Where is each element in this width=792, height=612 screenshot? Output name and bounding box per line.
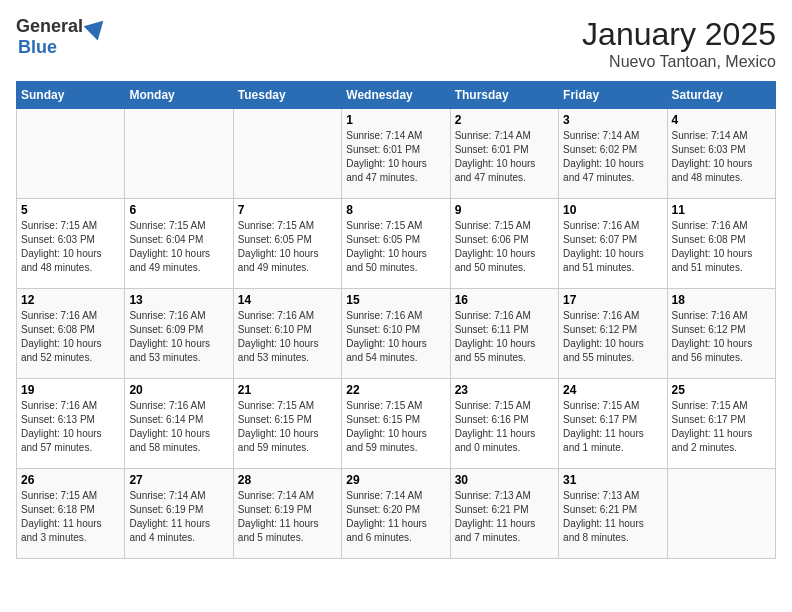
calendar-day-cell: 20Sunrise: 7:16 AM Sunset: 6:14 PM Dayli… bbox=[125, 379, 233, 469]
day-number: 25 bbox=[672, 383, 771, 397]
day-info: Sunrise: 7:13 AM Sunset: 6:21 PM Dayligh… bbox=[455, 489, 554, 545]
calendar-day-cell: 25Sunrise: 7:15 AM Sunset: 6:17 PM Dayli… bbox=[667, 379, 775, 469]
day-info: Sunrise: 7:16 AM Sunset: 6:07 PM Dayligh… bbox=[563, 219, 662, 275]
day-number: 15 bbox=[346, 293, 445, 307]
calendar-day-cell: 24Sunrise: 7:15 AM Sunset: 6:17 PM Dayli… bbox=[559, 379, 667, 469]
day-info: Sunrise: 7:15 AM Sunset: 6:15 PM Dayligh… bbox=[346, 399, 445, 455]
day-number: 6 bbox=[129, 203, 228, 217]
day-number: 14 bbox=[238, 293, 337, 307]
calendar-day-cell: 13Sunrise: 7:16 AM Sunset: 6:09 PM Dayli… bbox=[125, 289, 233, 379]
calendar-day-cell: 30Sunrise: 7:13 AM Sunset: 6:21 PM Dayli… bbox=[450, 469, 558, 559]
day-number: 27 bbox=[129, 473, 228, 487]
calendar-day-cell: 17Sunrise: 7:16 AM Sunset: 6:12 PM Dayli… bbox=[559, 289, 667, 379]
calendar-day-cell: 7Sunrise: 7:15 AM Sunset: 6:05 PM Daylig… bbox=[233, 199, 341, 289]
weekday-row: SundayMondayTuesdayWednesdayThursdayFrid… bbox=[17, 82, 776, 109]
day-number: 26 bbox=[21, 473, 120, 487]
day-number: 28 bbox=[238, 473, 337, 487]
day-number: 18 bbox=[672, 293, 771, 307]
day-number: 16 bbox=[455, 293, 554, 307]
calendar-day-cell: 15Sunrise: 7:16 AM Sunset: 6:10 PM Dayli… bbox=[342, 289, 450, 379]
calendar-day-cell: 23Sunrise: 7:15 AM Sunset: 6:16 PM Dayli… bbox=[450, 379, 558, 469]
calendar-day-cell: 18Sunrise: 7:16 AM Sunset: 6:12 PM Dayli… bbox=[667, 289, 775, 379]
day-info: Sunrise: 7:16 AM Sunset: 6:10 PM Dayligh… bbox=[346, 309, 445, 365]
calendar-day-cell: 2Sunrise: 7:14 AM Sunset: 6:01 PM Daylig… bbox=[450, 109, 558, 199]
day-number: 24 bbox=[563, 383, 662, 397]
weekday-header: Sunday bbox=[17, 82, 125, 109]
day-number: 1 bbox=[346, 113, 445, 127]
day-info: Sunrise: 7:14 AM Sunset: 6:01 PM Dayligh… bbox=[346, 129, 445, 185]
day-info: Sunrise: 7:16 AM Sunset: 6:13 PM Dayligh… bbox=[21, 399, 120, 455]
calendar-day-cell: 28Sunrise: 7:14 AM Sunset: 6:19 PM Dayli… bbox=[233, 469, 341, 559]
day-info: Sunrise: 7:16 AM Sunset: 6:08 PM Dayligh… bbox=[21, 309, 120, 365]
calendar-week-row: 1Sunrise: 7:14 AM Sunset: 6:01 PM Daylig… bbox=[17, 109, 776, 199]
calendar-day-cell: 14Sunrise: 7:16 AM Sunset: 6:10 PM Dayli… bbox=[233, 289, 341, 379]
weekday-header: Tuesday bbox=[233, 82, 341, 109]
calendar-day-cell: 11Sunrise: 7:16 AM Sunset: 6:08 PM Dayli… bbox=[667, 199, 775, 289]
day-number: 23 bbox=[455, 383, 554, 397]
day-info: Sunrise: 7:16 AM Sunset: 6:14 PM Dayligh… bbox=[129, 399, 228, 455]
calendar-day-cell: 19Sunrise: 7:16 AM Sunset: 6:13 PM Dayli… bbox=[17, 379, 125, 469]
day-number: 5 bbox=[21, 203, 120, 217]
weekday-header: Friday bbox=[559, 82, 667, 109]
calendar-day-cell: 6Sunrise: 7:15 AM Sunset: 6:04 PM Daylig… bbox=[125, 199, 233, 289]
calendar-day-cell: 29Sunrise: 7:14 AM Sunset: 6:20 PM Dayli… bbox=[342, 469, 450, 559]
page-header: General Blue January 2025 Nuevo Tantoan,… bbox=[16, 16, 776, 71]
day-info: Sunrise: 7:15 AM Sunset: 6:17 PM Dayligh… bbox=[563, 399, 662, 455]
calendar-day-cell: 16Sunrise: 7:16 AM Sunset: 6:11 PM Dayli… bbox=[450, 289, 558, 379]
weekday-header: Wednesday bbox=[342, 82, 450, 109]
day-info: Sunrise: 7:15 AM Sunset: 6:16 PM Dayligh… bbox=[455, 399, 554, 455]
day-number: 13 bbox=[129, 293, 228, 307]
day-number: 8 bbox=[346, 203, 445, 217]
day-info: Sunrise: 7:15 AM Sunset: 6:04 PM Dayligh… bbox=[129, 219, 228, 275]
day-info: Sunrise: 7:15 AM Sunset: 6:05 PM Dayligh… bbox=[346, 219, 445, 275]
day-info: Sunrise: 7:15 AM Sunset: 6:18 PM Dayligh… bbox=[21, 489, 120, 545]
calendar-day-cell: 22Sunrise: 7:15 AM Sunset: 6:15 PM Dayli… bbox=[342, 379, 450, 469]
day-number: 21 bbox=[238, 383, 337, 397]
calendar-subtitle: Nuevo Tantoan, Mexico bbox=[582, 53, 776, 71]
weekday-header: Saturday bbox=[667, 82, 775, 109]
calendar-table: SundayMondayTuesdayWednesdayThursdayFrid… bbox=[16, 81, 776, 559]
calendar-week-row: 26Sunrise: 7:15 AM Sunset: 6:18 PM Dayli… bbox=[17, 469, 776, 559]
day-info: Sunrise: 7:15 AM Sunset: 6:15 PM Dayligh… bbox=[238, 399, 337, 455]
calendar-day-cell: 4Sunrise: 7:14 AM Sunset: 6:03 PM Daylig… bbox=[667, 109, 775, 199]
calendar-day-cell: 12Sunrise: 7:16 AM Sunset: 6:08 PM Dayli… bbox=[17, 289, 125, 379]
logo-blue-text: Blue bbox=[18, 37, 57, 58]
day-number: 20 bbox=[129, 383, 228, 397]
calendar-day-cell bbox=[233, 109, 341, 199]
day-info: Sunrise: 7:15 AM Sunset: 6:17 PM Dayligh… bbox=[672, 399, 771, 455]
calendar-day-cell: 3Sunrise: 7:14 AM Sunset: 6:02 PM Daylig… bbox=[559, 109, 667, 199]
calendar-title: January 2025 bbox=[582, 16, 776, 53]
day-info: Sunrise: 7:14 AM Sunset: 6:19 PM Dayligh… bbox=[238, 489, 337, 545]
calendar-day-cell bbox=[667, 469, 775, 559]
weekday-header: Thursday bbox=[450, 82, 558, 109]
day-info: Sunrise: 7:14 AM Sunset: 6:20 PM Dayligh… bbox=[346, 489, 445, 545]
day-number: 22 bbox=[346, 383, 445, 397]
day-number: 19 bbox=[21, 383, 120, 397]
day-number: 30 bbox=[455, 473, 554, 487]
weekday-header: Monday bbox=[125, 82, 233, 109]
day-info: Sunrise: 7:16 AM Sunset: 6:10 PM Dayligh… bbox=[238, 309, 337, 365]
day-info: Sunrise: 7:16 AM Sunset: 6:08 PM Dayligh… bbox=[672, 219, 771, 275]
day-number: 7 bbox=[238, 203, 337, 217]
calendar-day-cell: 31Sunrise: 7:13 AM Sunset: 6:21 PM Dayli… bbox=[559, 469, 667, 559]
day-number: 17 bbox=[563, 293, 662, 307]
day-number: 2 bbox=[455, 113, 554, 127]
day-info: Sunrise: 7:14 AM Sunset: 6:01 PM Dayligh… bbox=[455, 129, 554, 185]
day-info: Sunrise: 7:16 AM Sunset: 6:11 PM Dayligh… bbox=[455, 309, 554, 365]
calendar-week-row: 5Sunrise: 7:15 AM Sunset: 6:03 PM Daylig… bbox=[17, 199, 776, 289]
calendar-week-row: 12Sunrise: 7:16 AM Sunset: 6:08 PM Dayli… bbox=[17, 289, 776, 379]
day-number: 4 bbox=[672, 113, 771, 127]
calendar-day-cell: 26Sunrise: 7:15 AM Sunset: 6:18 PM Dayli… bbox=[17, 469, 125, 559]
day-info: Sunrise: 7:16 AM Sunset: 6:12 PM Dayligh… bbox=[672, 309, 771, 365]
calendar-day-cell: 8Sunrise: 7:15 AM Sunset: 6:05 PM Daylig… bbox=[342, 199, 450, 289]
calendar-week-row: 19Sunrise: 7:16 AM Sunset: 6:13 PM Dayli… bbox=[17, 379, 776, 469]
day-number: 10 bbox=[563, 203, 662, 217]
calendar-day-cell bbox=[17, 109, 125, 199]
calendar-day-cell: 9Sunrise: 7:15 AM Sunset: 6:06 PM Daylig… bbox=[450, 199, 558, 289]
day-info: Sunrise: 7:15 AM Sunset: 6:05 PM Dayligh… bbox=[238, 219, 337, 275]
day-number: 9 bbox=[455, 203, 554, 217]
calendar-day-cell bbox=[125, 109, 233, 199]
day-number: 29 bbox=[346, 473, 445, 487]
calendar-day-cell: 1Sunrise: 7:14 AM Sunset: 6:01 PM Daylig… bbox=[342, 109, 450, 199]
day-number: 12 bbox=[21, 293, 120, 307]
